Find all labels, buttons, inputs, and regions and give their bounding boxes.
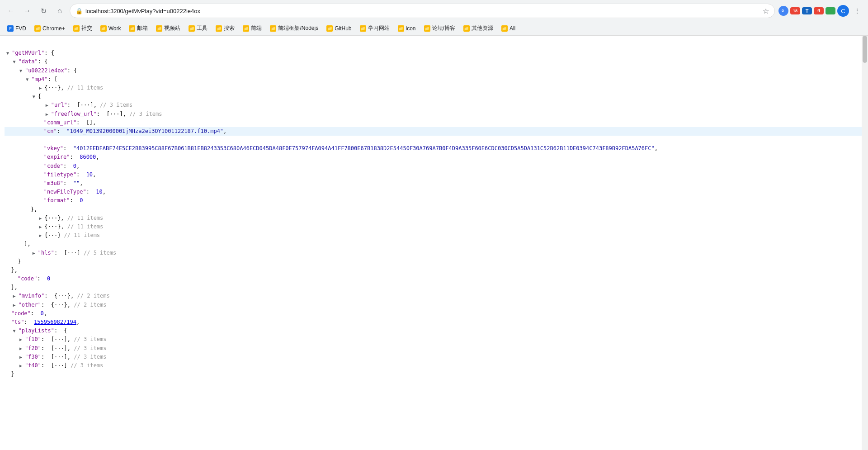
bookmark-email[interactable]: 📁 邮箱 (125, 23, 151, 33)
collapse-mp4-3[interactable]: ▶ (37, 215, 43, 222)
lock-icon: 🔒 (75, 8, 83, 14)
bookmark-forum-icon: 📁 (424, 25, 430, 32)
collapse-data[interactable]: ▼ (11, 59, 17, 65)
json-line-playlists-close: } (5, 371, 14, 377)
json-line-6: ▼{ (5, 93, 41, 99)
back-button[interactable]: ← (5, 5, 17, 17)
bookmark-learning-icon: 📁 (360, 25, 366, 32)
bookmark-resources-label: 其他资源 (472, 24, 493, 32)
bookmark-star-icon[interactable]: ☆ (763, 7, 769, 15)
bookmark-email-icon: 📁 (129, 25, 135, 32)
collapse-mp4[interactable]: ▼ (24, 76, 30, 83)
ext-google-icon[interactable]: G (778, 6, 788, 16)
home-button[interactable]: ⌂ (53, 5, 66, 17)
collapse-mp4-5[interactable]: ▶ (37, 232, 43, 239)
bookmark-chrome-plus[interactable]: 📁 Chrome+ (31, 24, 69, 33)
collapse-mp4-1[interactable]: ▼ (31, 94, 37, 100)
bookmark-learning-label: 学习网站 (368, 24, 390, 32)
ext-tb18-icon[interactable]: 18 (790, 7, 800, 14)
json-line-other: ▶"other": {···}, // 2 items (5, 302, 107, 308)
bookmark-fvd[interactable]: F FVD (4, 24, 30, 33)
bookmark-learning[interactable]: 📁 学习网站 (356, 23, 393, 33)
bookmark-social-label: 社交 (81, 24, 92, 32)
main-content: ▼"getMVUrl": { ▼"data": { ▼"u00222le4ox"… (0, 36, 868, 450)
json-line-cn: "cn": "1049_M01392000001jMHza2ei3OY10011… (5, 127, 863, 136)
json-line-expire: "expire": 86000, (5, 154, 99, 160)
json-line-vkey: "vkey": "4012EEDFABF74E5CE2B83995C88F67B… (5, 145, 658, 152)
bookmark-forum[interactable]: 📁 论坛/博客 (420, 23, 459, 33)
browser-actions: G 18 T ff C ⋮ (778, 5, 863, 17)
collapse-mp4-4[interactable]: ▶ (37, 224, 43, 230)
json-line-code: "code": 0, (5, 163, 80, 169)
json-line-f40: ▶"f40": [···] // 3 items (5, 362, 103, 369)
ext-green-icon[interactable] (826, 7, 835, 14)
scrollbar-thumb[interactable] (863, 36, 867, 63)
collapse-mvinfo[interactable]: ▶ (11, 293, 17, 299)
bookmark-frontend-label: 前端 (251, 24, 262, 32)
bookmark-video-icon: 📁 (156, 25, 162, 32)
json-line-data-close: }, (5, 284, 18, 290)
bookmark-resources-icon: 📁 (463, 25, 470, 32)
json-line-8: ▶"freeflow_url": [···], // 3 items (5, 111, 162, 117)
bookmark-icon[interactable]: 📁 icon (394, 24, 420, 33)
bookmark-tools-icon: 📁 (189, 25, 195, 32)
url-input[interactable] (85, 8, 760, 14)
json-line-f30: ▶"f30": [···], // 3 items (5, 354, 107, 360)
json-line-3: ▼"u00222le4ox": { (5, 67, 77, 74)
forward-button[interactable]: → (21, 5, 33, 17)
json-line-9: "comm_url": [], (5, 119, 96, 126)
bookmark-nodejs-label: 前端框架/Nodejs (278, 24, 318, 32)
bookmark-search-icon: 📁 (216, 25, 222, 32)
reload-button[interactable]: ↻ (37, 5, 50, 17)
bookmark-work[interactable]: 📁 Work (97, 24, 125, 33)
collapse-getMVUrl[interactable]: ▼ (5, 50, 11, 57)
ext-t-icon[interactable]: T (802, 7, 812, 14)
collapse-playlists[interactable]: ▼ (11, 328, 17, 334)
collapse-f20[interactable]: ▶ (18, 346, 24, 352)
bookmark-video-label: 视频站 (164, 24, 180, 32)
bookmark-fvd-icon: F (7, 25, 14, 32)
json-line-mp4-4: ▶{···}, // 11 items (5, 223, 103, 230)
collapse-url[interactable]: ▶ (44, 102, 50, 109)
scrollbar[interactable] (862, 36, 868, 450)
json-line-4: ▼"mp4": [ (5, 76, 57, 82)
bookmark-search-label: 搜索 (224, 24, 235, 32)
browser-chrome: ← → ↻ ⌂ 🔒 ☆ G 18 T ff C ⋮ F FVD 📁 Chr (0, 0, 868, 36)
bookmark-frontend[interactable]: 📁 前端 (239, 23, 265, 33)
json-line-playlists: ▼"playLists": { (5, 327, 67, 334)
bookmark-search[interactable]: 📁 搜索 (212, 23, 238, 33)
bookmark-work-icon: 📁 (100, 25, 107, 32)
ext-ff-icon[interactable]: ff (814, 7, 824, 14)
bookmark-github-label: GitHub (335, 25, 351, 32)
bookmark-frontend-icon: 📁 (243, 25, 249, 32)
bookmark-resources[interactable]: 📁 其他资源 (460, 23, 497, 33)
user-avatar[interactable]: C (837, 5, 849, 17)
bookmark-video[interactable]: 📁 视频站 (152, 23, 184, 33)
collapse-freeflow[interactable]: ▶ (44, 111, 50, 118)
bookmark-tools-label: 工具 (197, 24, 208, 32)
bookmark-all-icon: 📁 (501, 25, 508, 32)
bookmark-tools[interactable]: 📁 工具 (185, 23, 211, 33)
bookmark-fvd-label: FVD (15, 25, 26, 32)
svg-text:G: G (782, 9, 784, 12)
json-line-vid-close: } (5, 258, 21, 265)
browser-menu-button[interactable]: ⋮ (851, 5, 863, 17)
json-line-5: ▶{···}, // 11 items (5, 85, 103, 91)
collapse-f40[interactable]: ▶ (18, 363, 24, 369)
collapse-f30[interactable]: ▶ (18, 354, 24, 360)
bookmark-all-label: All (509, 25, 515, 32)
bookmark-github[interactable]: 📁 GitHub (323, 24, 355, 33)
json-line-f10: ▶"f10": [···], // 3 items (5, 336, 107, 342)
address-bar[interactable]: 🔒 ☆ (70, 4, 775, 18)
collapse-vid[interactable]: ▼ (18, 68, 24, 74)
json-line-newfiletype: "newFileType": 10, (5, 189, 106, 195)
collapse-mp4-0[interactable]: ▶ (37, 85, 43, 91)
bookmark-forum-label: 论坛/博客 (432, 24, 455, 32)
collapse-hls[interactable]: ▶ (31, 250, 37, 256)
json-line-f20: ▶"f20": [···], // 3 items (5, 345, 107, 351)
bookmark-nodejs[interactable]: 📁 前端框架/Nodejs (266, 23, 322, 33)
bookmark-social[interactable]: 📁 社交 (70, 23, 96, 33)
bookmark-all[interactable]: 📁 All (498, 24, 519, 33)
collapse-other[interactable]: ▶ (11, 302, 17, 308)
collapse-f10[interactable]: ▶ (18, 336, 24, 343)
